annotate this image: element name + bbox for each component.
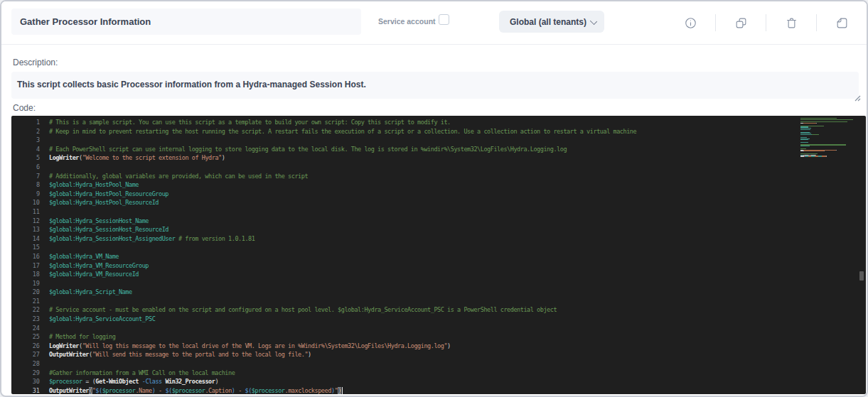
code-line[interactable]: 19 — [11, 279, 866, 288]
resize-grip-icon — [852, 93, 861, 102]
code-line[interactable]: 26LogWriter("Will log this message to th… — [11, 342, 866, 351]
code-line[interactable]: 25# Method for logging — [11, 332, 866, 342]
line-number: 17 — [11, 261, 40, 271]
line-number: 27 — [11, 350, 40, 359]
code-line[interactable]: 7# Additionally, global variables are pr… — [11, 172, 866, 181]
header-bar: Service account Global (all tenants) — [1, 1, 867, 45]
line-number: 16 — [11, 252, 40, 261]
copy-icon — [734, 16, 748, 30]
line-number: 15 — [11, 243, 40, 252]
tenant-dropdown-value: Global (all tenants) — [510, 17, 586, 27]
code-line[interactable]: 22# Service account - must be enabled on… — [11, 305, 866, 315]
line-number: 3 — [11, 136, 40, 145]
trash-icon — [785, 16, 798, 30]
code-line[interactable]: 6 — [11, 163, 866, 172]
code-line[interactable]: 2# Keep in mind to prevent restarting th… — [11, 127, 866, 136]
delete-button[interactable] — [778, 9, 805, 36]
code-line[interactable]: 31OutputWriter("$($processor.Name) - $($… — [11, 386, 866, 394]
toolbar-divider — [816, 14, 817, 31]
toolbar — [665, 1, 867, 44]
code-line[interactable]: 13$global:Hydra_SessionHost_ResourceId — [11, 225, 866, 234]
service-account-label: Service account — [378, 17, 436, 26]
script-editor-page: Service account Global (all tenants) — [0, 0, 868, 397]
duplicate-button[interactable] — [727, 9, 754, 36]
line-number: 7 — [11, 172, 40, 181]
code-line[interactable]: 15 — [11, 243, 866, 252]
chevron-down-icon — [590, 18, 597, 25]
line-number: 9 — [11, 190, 40, 199]
line-number: 1 — [11, 118, 40, 127]
line-number: 21 — [11, 297, 40, 306]
code-line[interactable]: 29#Gather information from a WMI Call on… — [11, 369, 866, 378]
code-line[interactable]: 14$global:Hydra_SessionHost_AssignedUser… — [11, 234, 866, 244]
line-number: 6 — [11, 163, 40, 172]
code-line[interactable]: 28 — [11, 359, 866, 369]
code-label: Code: — [13, 103, 36, 113]
service-account-checkbox[interactable] — [439, 14, 449, 25]
code-line[interactable]: 12$global:Hydra_SessionHost_Name — [11, 217, 866, 226]
code-line[interactable]: 10$global:Hydra_HostPool_ResourceId — [11, 198, 866, 207]
line-number: 30 — [11, 377, 40, 386]
code-line[interactable]: 24 — [11, 324, 866, 333]
line-number: 22 — [11, 305, 40, 315]
line-number: 23 — [11, 315, 40, 324]
code-line[interactable]: 17$global:Hydra_VM_ResourceGroup — [11, 261, 866, 271]
code-line[interactable]: 16$global:Hydra_VM_Name — [11, 252, 866, 261]
code-line[interactable]: 9$global:Hydra_HostPool_ResourceGroup — [11, 190, 866, 199]
line-number: 10 — [11, 198, 40, 207]
description-label: Description: — [13, 58, 58, 67]
info-button[interactable] — [677, 9, 704, 36]
description-textarea[interactable]: This script collects basic Processor inf… — [11, 72, 859, 99]
code-line[interactable]: 4# Each PowerShell script can use intern… — [11, 145, 866, 154]
line-number: 5 — [11, 153, 40, 163]
code-line[interactable]: 5LogWriter("Welcome to the script extens… — [11, 153, 866, 163]
line-number: 25 — [11, 332, 40, 342]
resize-handle[interactable] — [852, 92, 861, 100]
editor-scrollbar[interactable] — [859, 271, 864, 281]
script-name-input[interactable] — [11, 9, 361, 35]
code-line[interactable]: 11 — [11, 207, 866, 217]
code-editor[interactable]: 1# This is a sample script. You can use … — [11, 116, 866, 394]
minimap[interactable] — [800, 118, 857, 157]
line-number: 12 — [11, 217, 40, 226]
line-number: 4 — [11, 145, 40, 154]
line-number: 26 — [11, 342, 40, 351]
line-number: 18 — [11, 270, 40, 279]
line-number: 8 — [11, 180, 40, 190]
line-number: 13 — [11, 225, 40, 234]
tenant-dropdown[interactable]: Global (all tenants) — [499, 11, 604, 33]
code-line[interactable]: 23$global:Hydra_ServiceAccount_PSC — [11, 315, 866, 324]
line-number: 11 — [11, 207, 40, 217]
code-line[interactable]: 27OutputWriter("Will send this message t… — [11, 350, 866, 359]
line-number: 19 — [11, 279, 40, 288]
line-number: 20 — [11, 288, 40, 297]
save-button[interactable] — [828, 9, 855, 36]
toolbar-divider — [715, 14, 716, 31]
toolbar-divider — [766, 14, 766, 31]
line-number: 24 — [11, 324, 40, 333]
code-line[interactable]: 18$global:Hydra_VM_ResourceId — [11, 270, 866, 279]
code-line[interactable]: 8$global:Hydra_HostPool_Name — [11, 180, 866, 190]
code-line[interactable]: 3 — [11, 136, 866, 145]
code-line[interactable]: 21 — [11, 297, 866, 306]
info-icon — [684, 16, 697, 30]
line-number: 14 — [11, 234, 40, 244]
line-number: 31 — [11, 386, 40, 394]
code-line[interactable]: 1# This is a sample script. You can use … — [11, 118, 866, 127]
code-line[interactable]: 20$global:Hydra_Script_Name — [11, 288, 866, 297]
line-number: 29 — [11, 369, 40, 378]
save-icon — [835, 16, 849, 30]
text-cursor — [342, 387, 343, 394]
line-number: 2 — [11, 127, 40, 136]
code-lines: 1# This is a sample script. You can use … — [11, 116, 866, 394]
line-number: 28 — [11, 359, 40, 369]
code-line[interactable]: 30$processor = (Get-WmiObject -Class Win… — [11, 377, 866, 386]
